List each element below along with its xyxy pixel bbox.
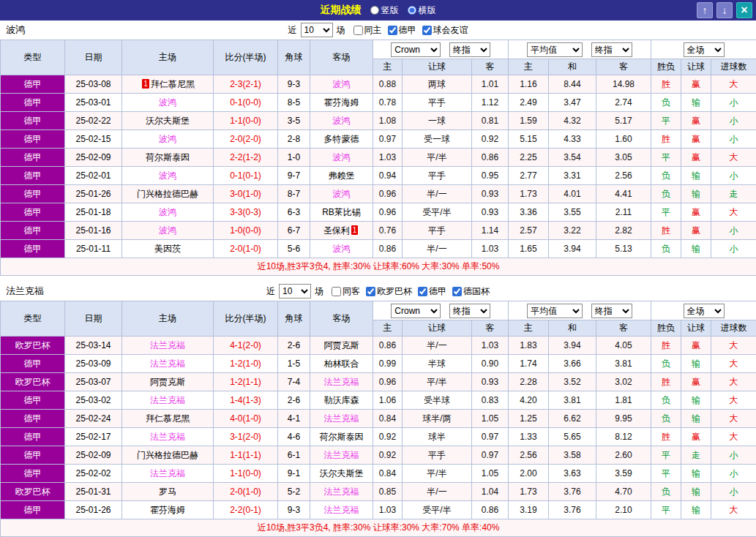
filter-checkbox-input[interactable] <box>418 287 427 296</box>
team-name[interactable]: 法兰克福 <box>150 468 185 478</box>
match-score[interactable]: 3-1(2-0) <box>214 428 278 446</box>
home-team-cell[interactable]: 门兴格拉德巴赫 <box>122 185 214 203</box>
filter-checkbox[interactable]: 球会友谊 <box>422 24 468 37</box>
home-team-cell[interactable]: 罗马 <box>122 483 214 501</box>
team-name[interactable]: 弗赖堡 <box>329 170 355 181</box>
match-score[interactable]: 1-1(0-0) <box>214 112 278 130</box>
away-team-cell[interactable]: 勒沃库森 <box>310 391 373 410</box>
match-score[interactable]: 2-2(0-1) <box>214 501 278 519</box>
team-name[interactable]: 阿贾克斯 <box>150 377 185 387</box>
filter-checkbox-input[interactable] <box>332 287 341 296</box>
team-name[interactable]: 阿贾克斯 <box>324 340 359 350</box>
filter-checkbox-input[interactable] <box>422 26 432 35</box>
away-team-cell[interactable]: 沃尔夫斯堡 <box>310 465 373 483</box>
layout-radio-horizontal[interactable]: 横版 <box>408 4 436 17</box>
home-team-cell[interactable]: 波鸿 <box>122 222 214 240</box>
scroll-up-button[interactable]: ↑ <box>697 2 713 18</box>
away-team-cell[interactable]: 圣保利1 <box>310 222 373 240</box>
away-team-cell[interactable]: 波鸿 <box>310 112 373 130</box>
team-name[interactable]: 荷尔斯泰因 <box>146 152 190 162</box>
team-name[interactable]: 罗马 <box>159 487 176 497</box>
team-name[interactable]: 勒沃库森 <box>324 395 359 405</box>
odds-company-select[interactable]: Crown <box>391 304 441 318</box>
home-team-cell[interactable]: 法兰克福 <box>122 465 214 483</box>
team-name[interactable]: 多特蒙德 <box>324 134 359 144</box>
home-team-cell[interactable]: 法兰克福 <box>122 428 214 446</box>
match-score[interactable]: 2-0(1-0) <box>214 240 278 258</box>
odds-stage-select[interactable]: 终指 <box>449 42 490 57</box>
away-team-cell[interactable]: 荷尔斯泰因 <box>310 428 373 446</box>
away-team-cell[interactable]: RB莱比锡 <box>310 203 373 222</box>
odds-stage-select[interactable]: 终指 <box>449 304 490 318</box>
filter-checkbox[interactable]: 德国杯 <box>452 285 490 298</box>
home-team-cell[interactable]: 门兴格拉德巴赫 <box>122 446 214 465</box>
team-name[interactable]: 法兰克福 <box>324 450 359 460</box>
team-name[interactable]: 波鸿 <box>333 189 351 199</box>
team-name[interactable]: 门兴格拉德巴赫 <box>137 189 198 199</box>
team-name[interactable]: 波鸿 <box>333 244 351 254</box>
avg-method-select[interactable]: 平均值 <box>527 42 583 57</box>
away-team-cell[interactable]: 波鸿 <box>310 240 373 258</box>
team-name[interactable]: 柏林联合 <box>324 358 359 369</box>
away-team-cell[interactable]: 霍芬海姆 <box>310 94 373 112</box>
away-team-cell[interactable]: 法兰克福 <box>310 373 373 391</box>
team-name[interactable]: 圣保利 <box>323 225 350 236</box>
team-name[interactable]: 波鸿 <box>333 79 351 89</box>
away-team-cell[interactable]: 法兰克福 <box>310 501 373 519</box>
filter-checkbox[interactable]: 同客 <box>332 285 360 298</box>
away-team-cell[interactable]: 波鸿 <box>310 185 373 203</box>
team-name[interactable]: RB莱比锡 <box>322 207 361 217</box>
team-name[interactable]: 法兰克福 <box>324 505 359 515</box>
team-name[interactable]: 波鸿 <box>333 116 351 126</box>
team-name[interactable]: 波鸿 <box>333 152 351 162</box>
home-team-cell[interactable]: 波鸿 <box>122 130 214 149</box>
team-name[interactable]: 美因茨 <box>154 244 181 254</box>
team-name[interactable]: 霍芬海姆 <box>324 97 359 108</box>
team-name[interactable]: 法兰克福 <box>150 395 185 405</box>
filter-checkbox[interactable]: 欧罗巴杯 <box>366 285 412 298</box>
team-name[interactable]: 法兰克福 <box>324 413 359 424</box>
match-score[interactable]: 1-2(1-0) <box>214 355 278 373</box>
filter-checkbox[interactable]: 德甲 <box>418 285 446 298</box>
home-team-cell[interactable]: 阿贾克斯 <box>122 373 214 391</box>
team-name[interactable]: 法兰克福 <box>150 432 185 442</box>
team-name[interactable]: 拜仁慕尼黑 <box>151 79 195 89</box>
away-team-cell[interactable]: 柏林联合 <box>310 355 373 373</box>
home-team-cell[interactable]: 波鸿 <box>122 203 214 222</box>
match-count-select[interactable]: 10 <box>279 284 311 298</box>
scroll-down-button[interactable]: ↓ <box>716 2 733 18</box>
home-team-cell[interactable]: 沃尔夫斯堡 <box>122 112 214 130</box>
match-score[interactable]: 2-0(1-0) <box>214 483 278 501</box>
away-team-cell[interactable]: 弗赖堡 <box>310 167 373 185</box>
match-score[interactable]: 1-4(1-3) <box>214 391 278 410</box>
team-name[interactable]: 沃尔夫斯堡 <box>320 468 364 478</box>
match-score[interactable]: 1-2(1-1) <box>214 373 278 391</box>
team-name[interactable]: 波鸿 <box>159 207 176 217</box>
home-team-cell[interactable]: 法兰克福 <box>122 391 214 410</box>
avg-method-select[interactable]: 平均值 <box>527 304 583 318</box>
match-score[interactable]: 3-0(1-0) <box>214 185 278 203</box>
layout-radio-vertical-input[interactable] <box>370 6 379 15</box>
match-score[interactable]: 3-3(0-3) <box>214 203 278 222</box>
team-name[interactable]: 法兰克福 <box>150 340 185 350</box>
match-score[interactable]: 2-0(2-0) <box>214 130 278 149</box>
layout-radio-horizontal-input[interactable] <box>408 6 416 15</box>
filter-checkbox[interactable]: 德甲 <box>388 24 416 37</box>
match-score[interactable]: 1-1(0-0) <box>214 465 278 483</box>
away-team-cell[interactable]: 法兰克福 <box>310 483 373 501</box>
away-team-cell[interactable]: 多特蒙德 <box>310 130 373 149</box>
home-team-cell[interactable]: 法兰克福 <box>122 355 214 373</box>
team-name[interactable]: 波鸿 <box>159 97 176 108</box>
match-score[interactable]: 1-0(0-0) <box>214 222 278 240</box>
filter-checkbox-input[interactable] <box>388 26 397 35</box>
match-score[interactable]: 4-0(1-0) <box>214 410 278 428</box>
home-team-cell[interactable]: 霍芬海姆 <box>122 501 214 519</box>
home-team-cell[interactable]: 拜仁慕尼黑 <box>122 410 214 428</box>
home-team-cell[interactable]: 1拜仁慕尼黑 <box>122 75 214 94</box>
team-name[interactable]: 法兰克福 <box>324 487 359 497</box>
close-button[interactable]: × <box>736 2 752 18</box>
match-score[interactable]: 0-1(0-1) <box>214 167 278 185</box>
home-team-cell[interactable]: 法兰克福 <box>122 337 214 355</box>
layout-radio-vertical[interactable]: 竖版 <box>370 4 399 17</box>
filter-checkbox[interactable]: 同主 <box>353 24 382 37</box>
